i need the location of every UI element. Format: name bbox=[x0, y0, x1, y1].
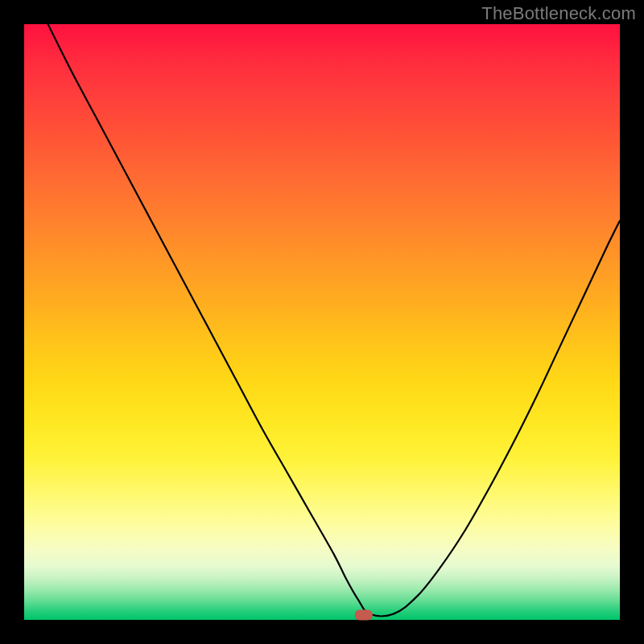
optimal-point-marker bbox=[355, 610, 373, 621]
bottleneck-curve bbox=[48, 24, 620, 616]
watermark-text: TheBottleneck.com bbox=[481, 3, 636, 24]
plot-area bbox=[24, 24, 620, 620]
curve-svg bbox=[24, 24, 620, 620]
chart-frame: TheBottleneck.com bbox=[0, 0, 644, 644]
